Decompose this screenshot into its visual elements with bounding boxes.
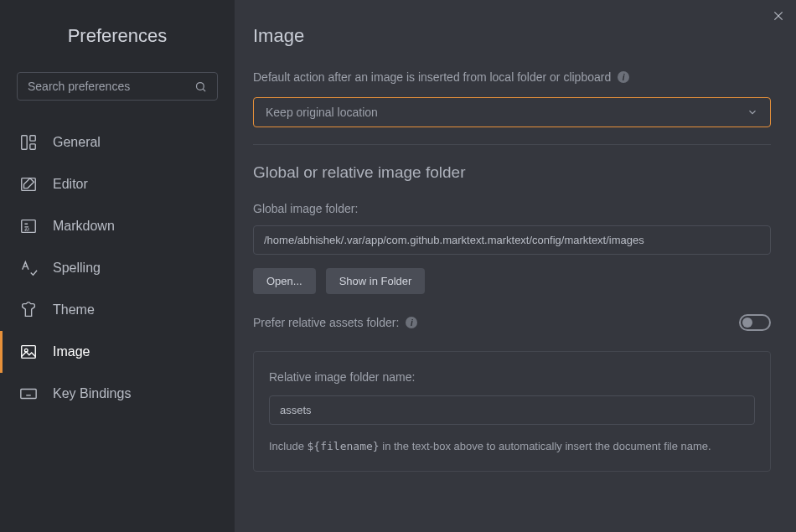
relative-name-hint: Include ${filename} in the text-box abov… <box>269 440 755 452</box>
nav: General Editor M Markdown Spelling Theme… <box>0 121 235 415</box>
nav-label: Key Bindings <box>53 386 131 401</box>
open-button[interactable]: Open... <box>253 268 316 294</box>
relative-name-input[interactable] <box>269 395 755 425</box>
nav-label: Markdown <box>53 219 115 234</box>
nav-label: Spelling <box>53 261 101 276</box>
info-icon[interactable]: i <box>406 317 417 328</box>
image-icon <box>19 343 38 361</box>
markdown-icon: M <box>19 217 38 235</box>
svg-rect-8 <box>22 346 36 359</box>
chevron-down-icon <box>747 106 758 118</box>
relative-name-label: Relative image folder name: <box>269 370 755 384</box>
nav-label: Theme <box>53 302 95 318</box>
prefer-relative-label: Prefer relative assets folder: <box>253 316 399 329</box>
svg-point-0 <box>197 82 204 90</box>
global-folder-label: Global image folder: <box>253 202 771 215</box>
svg-rect-3 <box>30 136 35 141</box>
search-icon <box>194 80 207 93</box>
close-button[interactable] <box>773 10 784 25</box>
section-title: Global or relative image folder <box>253 163 771 182</box>
sidebar: Preferences General Editor M Markdown Sp… <box>0 0 235 532</box>
default-action-select[interactable]: Keep original location <box>253 97 771 127</box>
close-icon <box>773 10 784 22</box>
nav-label: General <box>53 135 101 150</box>
global-folder-input[interactable] <box>253 225 771 255</box>
info-icon[interactable]: i <box>618 71 629 83</box>
nav-label: Editor <box>53 177 88 192</box>
svg-rect-10 <box>21 390 36 399</box>
nav-item-image[interactable]: Image <box>0 331 235 373</box>
window-title: Preferences <box>0 25 235 47</box>
nav-item-keybindings[interactable]: Key Bindings <box>0 373 235 415</box>
default-action-label: Default action after an image is inserte… <box>253 70 611 84</box>
svg-rect-4 <box>30 144 35 149</box>
general-icon <box>19 133 38 152</box>
divider <box>253 144 771 145</box>
nav-item-markdown[interactable]: M Markdown <box>0 205 235 247</box>
nav-item-general[interactable]: General <box>0 121 235 163</box>
nav-item-spelling[interactable]: Spelling <box>0 247 235 289</box>
keyboard-icon <box>19 385 38 403</box>
prefer-relative-toggle[interactable] <box>739 314 771 331</box>
nav-label: Image <box>53 344 90 359</box>
nav-item-theme[interactable]: Theme <box>0 289 235 331</box>
editor-icon <box>19 175 38 194</box>
svg-line-1 <box>203 89 205 91</box>
spelling-icon <box>19 259 38 277</box>
theme-icon <box>19 301 38 319</box>
select-value: Keep original location <box>266 106 378 119</box>
svg-rect-2 <box>22 136 27 150</box>
show-in-folder-button[interactable]: Show in Folder <box>326 268 426 294</box>
relative-folder-panel: Relative image folder name: Include ${fi… <box>253 351 771 472</box>
search-box[interactable] <box>17 72 218 101</box>
nav-item-editor[interactable]: Editor <box>0 163 235 205</box>
page-heading: Image <box>253 25 771 47</box>
svg-text:M: M <box>25 227 29 232</box>
main-panel: Image Default action after an image is i… <box>235 0 796 532</box>
search-input[interactable] <box>28 80 194 93</box>
